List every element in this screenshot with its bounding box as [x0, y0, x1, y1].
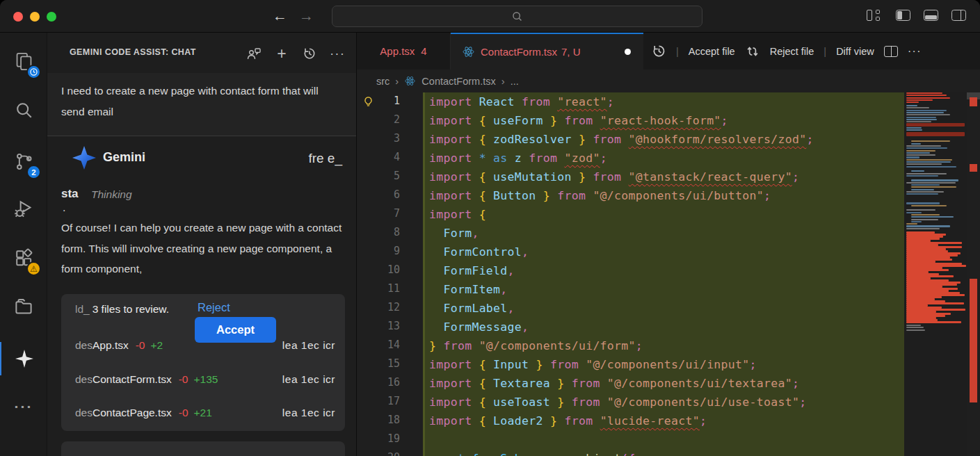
tab-app-tsx[interactable]: App.tsx 4 [357, 33, 451, 70]
code-editor[interactable]: 1234567891011121314151617181920 import R… [357, 92, 980, 456]
sidebar-item-source-control[interactable]: 2 [0, 145, 47, 178]
minimap-line [906, 99, 933, 101]
scm-count-badge: 2 [26, 165, 41, 179]
modified-dot-icon[interactable] [625, 49, 631, 55]
sidebar-item-gemini[interactable] [0, 342, 47, 375]
agent-chat-icon[interactable] [245, 44, 263, 63]
history-icon[interactable] [300, 44, 319, 63]
reject-file-button[interactable]: Reject file [770, 46, 814, 57]
minimap-line [911, 205, 947, 206]
glitch-text: des [75, 407, 93, 419]
code-line[interactable]: } from "@/components/ui/form"; [425, 336, 904, 355]
code-line[interactable]: import { Loader2 } from "lucide-react"; [425, 412, 904, 430]
review-file-row[interactable]: desContactForm.tsx-0+135lea 1ec icr [75, 370, 335, 389]
code-line[interactable]: FormField, [425, 261, 904, 280]
code-line[interactable]: FormControl, [425, 243, 904, 261]
code-line[interactable]: import { Input } from "@/components/ui/i… [425, 355, 904, 374]
sidebar-item-search[interactable] [0, 93, 47, 127]
code-line[interactable]: import { useToast } from "@/components/u… [425, 393, 904, 412]
code-line[interactable]: import { Textarea } from "@/components/u… [425, 374, 904, 393]
close-window-button[interactable] [13, 12, 23, 22]
toolbar-separator: | [676, 46, 679, 57]
user-message-text: I need to create a new page with contact… [61, 81, 339, 122]
code-line[interactable]: import { Button } from "@/components/ui/… [425, 186, 904, 205]
diff-view-button[interactable]: Diff view [836, 46, 874, 57]
breadcrumb-folder[interactable]: src [376, 76, 389, 87]
user-message-block: I need to create a new page with contact… [47, 73, 356, 136]
code-line[interactable]: import { [425, 205, 904, 224]
accept-button[interactable]: Accept [195, 317, 276, 343]
chat-panel-header: GEMINI CODE ASSIST: CHAT + ··· [47, 33, 356, 73]
history-icon[interactable] [652, 44, 666, 58]
zoom-window-button[interactable] [47, 12, 56, 22]
code-line[interactable]: import { zodResolver } from "@hookform/r… [425, 130, 904, 149]
nav-forward-button[interactable]: → [299, 6, 314, 26]
lightbulb-icon[interactable] [362, 96, 374, 108]
tab-contactform-tsx[interactable]: ContactForm.tsx 7, U [451, 33, 643, 70]
titlebar: ← → [0, 0, 980, 33]
minimap-line [906, 156, 919, 158]
code-content[interactable]: import React from "react";import { useFo… [423, 92, 904, 456]
minimap-line [906, 97, 950, 99]
code-line[interactable] [425, 430, 904, 449]
editor-toolbar: | Accept file Reject file | Diff view ··… [652, 33, 922, 70]
customize-layout-icon[interactable] [867, 10, 883, 23]
code-line[interactable]: import { useForm } from "react-hook-form… [425, 111, 904, 130]
toggle-panel-icon[interactable] [924, 10, 940, 23]
sidebar-item-explorer[interactable] [0, 44, 47, 78]
line-number: 13 [357, 318, 423, 336]
minimap-line [906, 117, 936, 118]
code-line[interactable]: FormMessage, [425, 318, 904, 336]
minimap[interactable] [904, 92, 967, 456]
compare-changes-icon[interactable] [745, 44, 760, 59]
command-search-input[interactable] [332, 6, 702, 27]
more-actions-icon[interactable]: ··· [908, 44, 922, 58]
breadcrumb: src › ContactForm.tsx › ... [357, 70, 980, 92]
minimap-line [906, 228, 940, 229]
minimize-window-button[interactable] [30, 12, 40, 22]
line-number: 14 [357, 336, 423, 355]
react-file-icon [404, 75, 416, 87]
minimap-line [906, 223, 917, 225]
line-number: 1 [357, 92, 423, 111]
panel-title: GEMINI CODE ASSIST: CHAT [70, 47, 196, 57]
code-line[interactable]: FormLabel, [425, 299, 904, 318]
glitch-text: des [75, 339, 93, 352]
code-line[interactable]: import * as z from "zod"; [425, 149, 904, 168]
sidebar-item-extensions[interactable]: ⚠ [0, 241, 47, 275]
error-mark [970, 97, 977, 106]
minimap-line [906, 92, 942, 94]
line-number: 5 [357, 168, 423, 186]
toggle-primary-sidebar-icon[interactable] [896, 10, 913, 23]
assistant-response-text: Of course! I can help you create a new p… [61, 218, 345, 276]
minimap-line [906, 175, 938, 177]
lines-removed: -0 [179, 407, 188, 419]
code-line[interactable]: const formSchema = z.object({ [425, 449, 904, 456]
nav-back-button[interactable]: ← [273, 6, 287, 26]
breadcrumb-file[interactable]: ContactForm.tsx [421, 76, 495, 87]
code-line[interactable]: FormItem, [425, 280, 904, 299]
chevron-right-icon: › [395, 75, 399, 87]
line-number: 2 [357, 111, 423, 130]
sidebar-item-folders[interactable] [0, 290, 47, 323]
accept-file-button[interactable]: Accept file [689, 46, 735, 57]
glitch-text: sta [61, 187, 79, 201]
code-line[interactable]: import { useMutation } from "@tanstack/r… [425, 168, 904, 186]
toggle-secondary-sidebar-icon[interactable] [951, 10, 968, 23]
split-editor-icon[interactable] [884, 46, 898, 57]
clock-badge-icon [26, 65, 41, 79]
more-actions-icon[interactable]: ··· [328, 44, 346, 63]
new-chat-icon[interactable]: + [273, 44, 291, 63]
review-file-row[interactable]: desContactPage.tsx-0+21lea 1ec icr [75, 404, 335, 422]
code-line[interactable]: Form, [425, 224, 904, 243]
minimap-line [906, 119, 937, 120]
minimap-line [906, 182, 956, 184]
tab-problem-count: 7, U [561, 46, 581, 58]
search-icon [14, 100, 34, 120]
minimap-line [906, 173, 947, 174]
sidebar-item-more[interactable]: ··· [0, 390, 47, 423]
reject-link[interactable]: Reject [198, 301, 230, 314]
breadcrumb-symbol[interactable]: ... [511, 76, 519, 87]
code-line[interactable]: import React from "react"; [425, 92, 904, 111]
sidebar-item-run-debug[interactable] [0, 193, 47, 226]
